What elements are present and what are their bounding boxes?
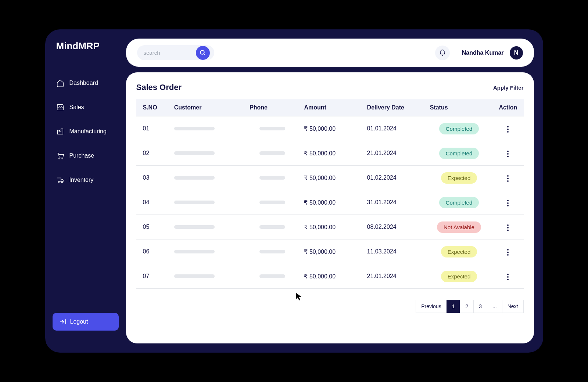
table-row: 02 ₹ 50,000.00 21.01.2024 Completed: [136, 141, 524, 166]
apply-filter-link[interactable]: Apply Filter: [493, 84, 524, 91]
cell-customer: [170, 190, 245, 215]
cell-amount: ₹ 50,000.00: [300, 190, 362, 215]
cell-status: Expected: [426, 239, 493, 264]
pagination-page[interactable]: 2: [460, 300, 474, 313]
cell-delivery: 21.01.2024: [363, 141, 426, 166]
logout-button[interactable]: Logout: [53, 313, 119, 331]
cell-action: [492, 116, 523, 141]
cell-status: Not Avaiable: [426, 215, 493, 239]
pagination-prev[interactable]: Previous: [416, 300, 447, 313]
cell-amount: ₹ 50,000.00: [300, 264, 362, 289]
cell-delivery: 01.01.2024: [363, 116, 426, 141]
table-row: 04 ₹ 50,000.00 31.01.2024 Completed: [136, 190, 524, 215]
action-menu-button[interactable]: [505, 173, 511, 184]
cell-status: Completed: [426, 116, 493, 141]
col-customer: Customer: [170, 99, 245, 116]
action-menu-button[interactable]: [505, 222, 511, 233]
svg-point-3: [61, 181, 62, 183]
cell-customer: [170, 264, 245, 289]
factory-icon: [56, 127, 64, 136]
status-badge: Expected: [441, 172, 477, 184]
col-status: Status: [426, 99, 493, 116]
table-row: 06 ₹ 50,000.00 11.03.2024 Expected: [136, 239, 524, 264]
col-action: Action: [492, 99, 523, 116]
cell-delivery: 31.01.2024: [363, 190, 426, 215]
skeleton-placeholder: [174, 250, 215, 253]
cell-customer: [170, 116, 245, 141]
topbar: Nandha Kumar N: [126, 39, 534, 67]
table-row: 01 ₹ 50,000.00 01.01.2024 Completed: [136, 116, 524, 141]
cell-status: Completed: [426, 141, 493, 166]
cell-sno: 01: [136, 116, 170, 141]
action-menu-button[interactable]: [505, 124, 511, 135]
home-icon: [56, 79, 64, 87]
svg-point-4: [200, 50, 204, 54]
status-badge: Completed: [439, 197, 479, 208]
cell-status: Completed: [426, 190, 493, 215]
bell-icon: [439, 49, 446, 57]
svg-point-1: [62, 158, 63, 159]
search-icon: [200, 50, 206, 56]
sidebar-item-inventory[interactable]: Inventory: [45, 171, 126, 189]
status-badge: Expected: [441, 246, 477, 257]
skeleton-placeholder: [174, 201, 215, 204]
sidebar-item-label: Sales: [69, 104, 84, 111]
cell-sno: 05: [136, 215, 170, 239]
search-input[interactable]: [137, 45, 196, 60]
cell-amount: ₹ 50,000.00: [300, 116, 362, 141]
search-button[interactable]: [196, 46, 210, 60]
skeleton-placeholder: [174, 151, 215, 155]
col-sno: S.NO: [136, 99, 170, 116]
cell-phone: [245, 116, 300, 141]
action-menu-button[interactable]: [505, 247, 511, 258]
sidebar-item-sales[interactable]: Sales: [45, 98, 126, 116]
pagination-page[interactable]: ...: [487, 300, 502, 313]
sidebar-item-label: Inventory: [69, 177, 94, 183]
table-header-row: S.NO Customer Phone Amount Delivery Date…: [136, 99, 524, 116]
cell-sno: 02: [136, 141, 170, 166]
skeleton-placeholder: [259, 176, 285, 180]
action-menu-button[interactable]: [505, 148, 511, 159]
cell-action: [492, 215, 523, 239]
skeleton-placeholder: [259, 225, 285, 229]
cell-customer: [170, 166, 245, 190]
col-delivery: Delivery Date: [363, 99, 426, 116]
pagination-page[interactable]: 1: [447, 300, 460, 313]
cell-phone: [245, 215, 300, 239]
sidebar-item-manufacturing[interactable]: Manufacturing: [45, 122, 126, 141]
cell-status: Expected: [426, 264, 493, 289]
avatar[interactable]: N: [510, 46, 523, 60]
table-row: 07 ₹ 50,000.00 21.01.2024 Expected: [136, 264, 524, 289]
cell-phone: [245, 166, 300, 190]
pagination-next[interactable]: Next: [502, 300, 524, 313]
pagination: Previous123...Next: [136, 300, 524, 313]
sidebar-item-purchase[interactable]: Purchase: [45, 147, 126, 165]
store-icon: [56, 103, 64, 111]
sidebar-item-dashboard[interactable]: Dashboard: [45, 74, 126, 92]
divider: [456, 46, 456, 60]
sales-order-table: S.NO Customer Phone Amount Delivery Date…: [136, 99, 524, 289]
cell-phone: [245, 190, 300, 215]
page-title: Sales Order: [136, 83, 182, 92]
sidebar-item-label: Manufacturing: [69, 128, 107, 135]
sidebar-item-label: Purchase: [69, 152, 94, 159]
pagination-page[interactable]: 3: [473, 300, 487, 313]
status-badge: Completed: [439, 123, 479, 134]
cell-phone: [245, 264, 300, 289]
logout-icon: [59, 318, 67, 325]
cell-action: [492, 141, 523, 166]
svg-point-0: [58, 158, 60, 159]
cell-delivery: 01.02.2024: [363, 166, 426, 190]
cell-customer: [170, 215, 245, 239]
notifications-button[interactable]: [435, 46, 450, 60]
cell-action: [492, 166, 523, 190]
action-menu-button[interactable]: [505, 271, 511, 282]
status-badge: Not Avaiable: [437, 221, 481, 233]
search-wrap: [137, 45, 214, 60]
sidebar: MindMRP Dashboard Sales Manufacturing Pu…: [45, 29, 126, 353]
cell-sno: 06: [136, 239, 170, 264]
action-menu-button[interactable]: [505, 198, 511, 209]
skeleton-placeholder: [174, 176, 215, 180]
content-card: Sales Order Apply Filter S.NO Customer P…: [126, 72, 534, 343]
logout-label: Logout: [70, 318, 88, 325]
